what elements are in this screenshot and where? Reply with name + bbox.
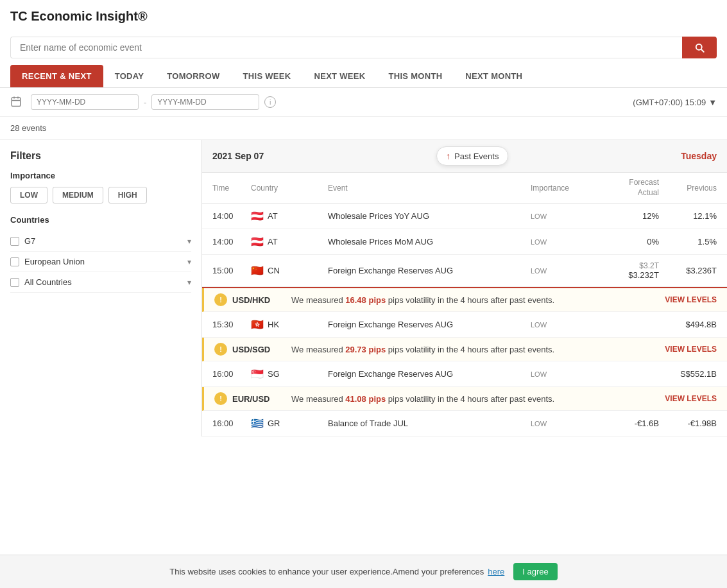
country-code: AT	[268, 211, 278, 221]
event-name: Foreign Exchange Reserves AUG	[328, 320, 531, 329]
event-time: 15:30	[212, 320, 251, 329]
country-name: All Countries	[24, 277, 72, 287]
importance-btn-medium[interactable]: MEDIUM	[53, 187, 103, 203]
tab-this-week[interactable]: THIS WEEK	[232, 65, 303, 87]
event-country: 🇦🇹 AT	[251, 210, 328, 222]
table-row: 16:00 🇬🇷 GR Balance of Trade JUL LOW -€1…	[202, 411, 727, 437]
volatility-row: ! EUR/USD We measured 41.08 pips pips vo…	[202, 387, 727, 411]
event-country: 🇬🇷 GR	[251, 417, 328, 429]
country-flag: 🇸🇬	[251, 368, 264, 380]
chevron-down-icon: ▾	[187, 278, 191, 287]
volatility-pips: 41.08 pips	[345, 394, 386, 404]
table-row: 15:00 🇨🇳 CN Foreign Exchange Reserves AU…	[202, 255, 727, 287]
actual-val: 12%	[595, 211, 659, 221]
event-time: 14:00	[212, 211, 251, 221]
importance-badge: LOW	[531, 321, 595, 329]
arrow-up-icon: ↑	[446, 151, 450, 161]
country-checkbox[interactable]	[10, 257, 19, 266]
countries-label: Countries	[10, 215, 191, 225]
volatility-text: We measured 29.73 pips pips volatility i…	[291, 345, 665, 354]
event-time: 16:00	[212, 419, 251, 428]
volatility-icon: !	[214, 392, 227, 405]
previous-val: $3.236T	[659, 266, 717, 275]
event-name: Foreign Exchange Reserves AUG	[328, 369, 531, 379]
country-item-all-countries[interactable]: All Countries ▾	[10, 272, 191, 293]
col-country: Country	[251, 184, 328, 193]
country-code: SG	[268, 369, 280, 379]
country-flag: 🇭🇰	[251, 318, 264, 331]
search-input[interactable]	[10, 37, 682, 58]
events-table: 14:00 🇦🇹 AT Wholesale Prices YoY AUG LOW…	[202, 203, 727, 437]
chevron-down-icon: ▾	[187, 237, 191, 246]
importance-badge: LOW	[531, 267, 595, 275]
date-row: - i (GMT+07:00) 15:09 ▼	[0, 88, 727, 117]
volatility-pips: 16.48 pips	[345, 295, 386, 305]
tab-tomorrow[interactable]: TOMORROW	[155, 65, 231, 87]
chevron-down-icon: ▼	[708, 98, 717, 107]
date-to-input[interactable]	[151, 94, 259, 110]
tab-next-week[interactable]: NEXT WEEK	[302, 65, 377, 87]
volatility-pair: USD/SGD	[232, 345, 284, 354]
previous-val: 1.5%	[659, 237, 717, 246]
importance-label: Importance	[10, 171, 191, 180]
tab-today[interactable]: TODAY	[103, 65, 156, 87]
table-header: Time Country Event Importance Forecast A…	[202, 173, 727, 203]
importance-btn-low[interactable]: LOW	[10, 187, 47, 203]
info-icon[interactable]: i	[264, 96, 276, 108]
actual-val: $3.232T	[595, 270, 659, 280]
previous-val: -€1.98B	[659, 419, 717, 428]
view-levels-link[interactable]: VIEW LEVELS	[665, 394, 717, 403]
country-name: G7	[24, 236, 35, 246]
event-name: Wholesale Prices MoM AUG	[328, 237, 531, 246]
col-previous: Previous	[659, 184, 717, 193]
event-country: 🇨🇳 CN	[251, 264, 328, 277]
past-events-button[interactable]: ↑ Past Events	[436, 146, 508, 166]
chevron-down-icon: ▾	[187, 257, 191, 266]
previous-val: 12.1%	[659, 211, 717, 221]
date-from-input[interactable]	[31, 94, 139, 110]
view-levels-link[interactable]: VIEW LEVELS	[665, 295, 717, 304]
table-row: 16:00 🇸🇬 SG Foreign Exchange Reserves AU…	[202, 361, 727, 387]
search-button[interactable]	[682, 37, 717, 58]
volatility-icon: !	[214, 343, 227, 356]
country-flag: 🇦🇹	[251, 236, 264, 248]
country-item-european-union[interactable]: European Union ▾	[10, 252, 191, 272]
sidebar: Filters Importance LOWMEDIUMHIGH Countri…	[0, 140, 202, 437]
event-name: Foreign Exchange Reserves AUG	[328, 266, 531, 275]
tab-next-month[interactable]: NEXT MONTH	[454, 65, 534, 87]
country-checkbox[interactable]	[10, 237, 19, 246]
previous-val: $494.8B	[659, 320, 717, 329]
country-code: AT	[268, 237, 278, 246]
volatility-row: ! USD/HKD We measured 16.48 pips pips vo…	[202, 288, 727, 312]
countries-filter: Countries G7 ▾ European Union ▾ All Coun…	[10, 215, 191, 293]
past-events-label: Past Events	[454, 151, 499, 161]
forecast-actual: $3.2T $3.232T	[595, 261, 659, 280]
country-flag: 🇨🇳	[251, 264, 264, 277]
importance-badge: LOW	[531, 212, 595, 220]
tab-recent-next[interactable]: RECENT & NEXT	[10, 65, 103, 87]
calendar-date: 2021 Sep 07	[212, 151, 264, 161]
country-item-g7[interactable]: G7 ▾	[10, 231, 191, 252]
calendar-icon	[10, 96, 22, 109]
table-row: 15:30 🇭🇰 HK Foreign Exchange Reserves AU…	[202, 312, 727, 338]
col-time: Time	[212, 184, 251, 193]
col-event: Event	[328, 184, 531, 193]
importance-btn-high[interactable]: HIGH	[108, 187, 147, 203]
view-levels-link[interactable]: VIEW LEVELS	[665, 345, 717, 354]
country-checkbox[interactable]	[10, 278, 19, 287]
country-code: GR	[268, 419, 280, 428]
app-title: TC Economic Insight®	[0, 0, 727, 30]
event-name: Wholesale Prices YoY AUG	[328, 211, 531, 221]
actual-val: -€1.6B	[595, 419, 659, 428]
filters-title: Filters	[10, 150, 191, 162]
country-flag: 🇬🇷	[251, 417, 264, 429]
tab-this-month[interactable]: THIS MONTH	[377, 65, 454, 87]
importance-filter: Importance LOWMEDIUMHIGH	[10, 171, 191, 203]
event-name: Balance of Trade JUL	[328, 419, 531, 428]
timezone-selector[interactable]: (GMT+07:00) 15:09 ▼	[633, 98, 717, 107]
table-row: 14:00 🇦🇹 AT Wholesale Prices MoM AUG LOW…	[202, 229, 727, 255]
event-country: 🇸🇬 SG	[251, 368, 328, 380]
tabs-bar: RECENT & NEXTTODAYTOMORROWTHIS WEEKNEXT …	[0, 65, 727, 88]
main-content: 2021 Sep 07 ↑ Past Events Tuesday Time C…	[202, 140, 727, 437]
volatility-pips: 29.73 pips	[345, 345, 386, 354]
